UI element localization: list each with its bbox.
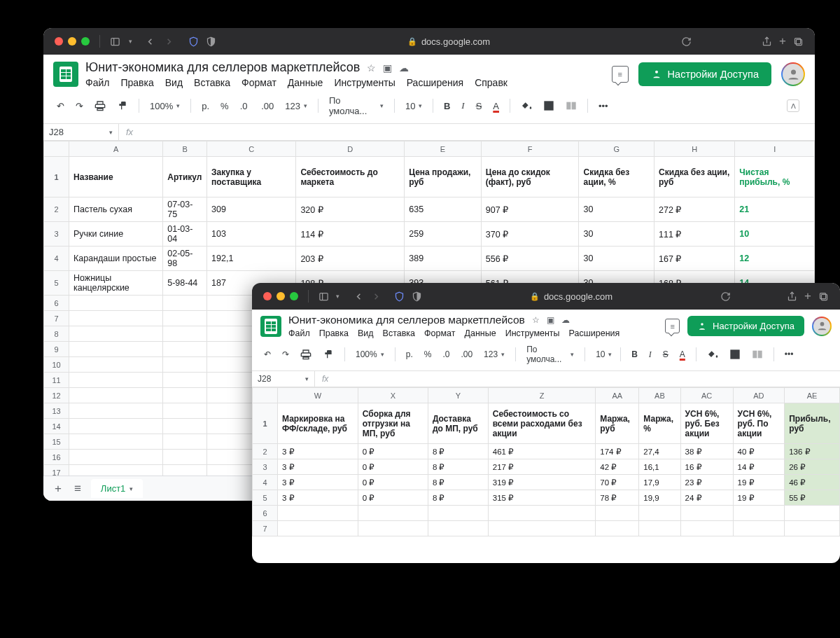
col-header[interactable]: B [163, 141, 207, 157]
column-title[interactable]: Цена продажи, руб [405, 157, 481, 197]
cell[interactable]: 27,4 [639, 444, 680, 459]
cell[interactable] [428, 506, 488, 521]
cell[interactable] [639, 506, 680, 521]
merge-cells-button[interactable] [748, 346, 766, 363]
col-header[interactable]: D [296, 141, 405, 157]
menu-data[interactable]: Данные [464, 328, 496, 338]
forward-button[interactable] [164, 36, 174, 47]
address-bar[interactable]: 🔒docs.google.com [429, 291, 713, 302]
menu-edit[interactable]: Правка [120, 77, 153, 88]
menu-view[interactable]: Вид [358, 328, 374, 338]
row-header[interactable]: 13 [44, 403, 69, 419]
bold-button[interactable]: B [628, 347, 641, 362]
row-header[interactable]: 15 [44, 434, 69, 450]
fontsize-select[interactable]: 10 [592, 347, 613, 362]
cell[interactable] [69, 403, 163, 419]
cell[interactable] [69, 388, 163, 403]
col-header[interactable]: E [405, 141, 481, 157]
document-title[interactable]: Юнит-экономика для селлеров маркетплейсо… [85, 60, 360, 75]
zoom-select[interactable]: 100% [352, 347, 388, 362]
share-icon[interactable] [787, 291, 797, 302]
cell[interactable]: 370 ₽ [481, 222, 579, 247]
cell[interactable] [163, 342, 207, 357]
cell[interactable] [785, 521, 840, 536]
cell[interactable]: 556 ₽ [481, 247, 579, 271]
cell[interactable]: 42 ₽ [596, 459, 639, 475]
merge-cells-button[interactable] [562, 97, 580, 114]
column-title[interactable]: Артикул [163, 157, 207, 197]
fill-color-button[interactable] [517, 97, 536, 114]
comments-icon[interactable]: ≡ [612, 66, 629, 83]
italic-button[interactable]: I [645, 347, 655, 363]
cell[interactable]: 30 [579, 197, 654, 222]
cell[interactable]: 0 ₽ [358, 459, 428, 475]
share-button[interactable]: Настройки Доступа [687, 316, 804, 336]
number-format-button[interactable]: 123 [480, 347, 508, 362]
cell[interactable]: Ножницы канцелярские [69, 271, 163, 296]
col-header[interactable]: F [481, 141, 579, 157]
shield-icon[interactable] [394, 291, 405, 302]
cell[interactable]: 3 ₽ [278, 459, 358, 475]
add-sheet-button[interactable]: + [52, 479, 64, 499]
row-header[interactable]: 11 [44, 373, 69, 388]
row-header[interactable]: 7 [253, 521, 278, 536]
star-icon[interactable]: ☆ [367, 62, 376, 74]
cell[interactable] [733, 521, 785, 536]
cell[interactable]: Карандаши простые [69, 247, 163, 271]
cell[interactable] [69, 311, 163, 326]
row-header[interactable]: 3 [44, 222, 69, 247]
redo-button[interactable]: ↷ [279, 347, 293, 362]
menu-file[interactable]: Файл [288, 328, 310, 338]
col-header[interactable]: W [278, 388, 358, 403]
cell[interactable]: 30 [579, 247, 654, 271]
cell[interactable]: 389 [405, 247, 481, 271]
borders-button[interactable] [726, 346, 744, 363]
cell[interactable] [163, 403, 207, 419]
menu-extensions[interactable]: Расширения [407, 77, 463, 88]
cell[interactable]: 907 ₽ [481, 197, 579, 222]
row-header[interactable]: 12 [44, 388, 69, 403]
col-header[interactable]: A [69, 141, 163, 157]
cell[interactable]: 14 ₽ [733, 459, 785, 475]
collapse-toolbar-button[interactable]: ᐱ [787, 99, 799, 112]
address-bar[interactable]: 🔒docs.google.com [223, 36, 674, 47]
row-header[interactable]: 2 [44, 197, 69, 222]
cell[interactable] [488, 521, 596, 536]
cell[interactable] [639, 521, 680, 536]
cell[interactable] [680, 506, 733, 521]
cell[interactable]: 3 ₽ [278, 475, 358, 490]
cell[interactable]: 19 ₽ [733, 490, 785, 506]
column-title[interactable]: УСН 6%, руб. По акции [733, 403, 785, 444]
decrease-decimal-button[interactable]: .0 [439, 347, 453, 362]
privacy-icon[interactable] [412, 291, 422, 302]
comments-icon[interactable]: ≡ [665, 319, 680, 333]
close-window-button[interactable] [263, 292, 272, 300]
row-header[interactable]: 4 [44, 247, 69, 271]
cell[interactable]: 0 ₽ [358, 490, 428, 506]
tabs-overview-icon[interactable] [793, 36, 804, 47]
row-header[interactable]: 7 [44, 311, 69, 326]
cell[interactable]: 17,9 [639, 475, 680, 490]
row-header[interactable]: 1 [44, 157, 69, 197]
row-header[interactable]: 10 [44, 357, 69, 373]
column-title[interactable]: Сборка для отгрузки на МП, руб [358, 403, 428, 444]
borders-button[interactable] [540, 97, 558, 114]
cell[interactable]: 12 [735, 247, 815, 271]
column-title[interactable]: Доставка до МП, руб [428, 403, 488, 444]
dropdown-icon[interactable]: ▾ [129, 38, 132, 45]
row-header[interactable]: 8 [44, 326, 69, 342]
column-title[interactable]: Маржа, % [639, 403, 680, 444]
shield-icon[interactable] [188, 36, 199, 47]
menu-insert[interactable]: Вставка [194, 77, 230, 88]
format-currency-button[interactable]: р. [198, 98, 213, 114]
share-icon[interactable] [762, 36, 772, 47]
cell[interactable]: 26 ₽ [785, 459, 840, 475]
cell[interactable]: 07-03-75 [163, 197, 207, 222]
sidebar-toggle-icon[interactable] [110, 36, 120, 47]
dropdown-icon[interactable]: ▾ [336, 293, 340, 300]
column-title[interactable]: Скидка без ации, руб [654, 157, 735, 197]
maximize-window-button[interactable] [81, 37, 90, 46]
fontsize-select[interactable]: 10 [402, 98, 426, 114]
col-header[interactable]: AD [733, 388, 785, 403]
tabs-overview-icon[interactable] [818, 291, 829, 302]
